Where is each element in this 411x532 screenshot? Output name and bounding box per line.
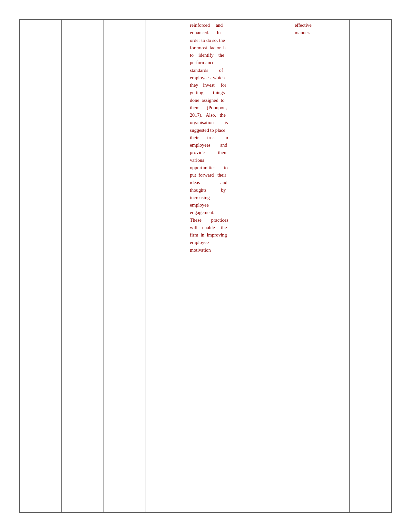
text-line-22: ideas and bbox=[190, 179, 289, 186]
text-line-17: employees and bbox=[190, 141, 289, 149]
empty-col-4 bbox=[145, 20, 187, 513]
empty-col-5 bbox=[349, 20, 391, 513]
text-line-4: foremost factor is bbox=[190, 44, 289, 52]
text-line-28: will enable the bbox=[190, 224, 289, 231]
table-row: reinforced and enhanced. In order to do … bbox=[20, 20, 392, 513]
text-line-21: put forward their bbox=[190, 171, 289, 179]
text-line-30: employee bbox=[190, 239, 289, 246]
text-line-14: organisation is bbox=[190, 119, 289, 126]
text-line-25: employee bbox=[190, 201, 289, 209]
text-line-11: done assigned to bbox=[190, 97, 289, 104]
text-line-31: motivation bbox=[190, 247, 289, 254]
empty-col-3 bbox=[103, 20, 145, 513]
text-line-3: order to do so, the bbox=[190, 37, 289, 44]
text-line-23: thoughts by bbox=[190, 187, 289, 194]
text-line-15: suggested to place bbox=[190, 127, 289, 134]
text-line-16: their trust in bbox=[190, 134, 289, 141]
text-line-7: standards of bbox=[190, 67, 289, 74]
right-text-col: effective manner. bbox=[292, 20, 350, 513]
text-line-27: These practices bbox=[190, 217, 289, 224]
right-line-1: effective bbox=[295, 22, 347, 29]
empty-col-2 bbox=[62, 20, 103, 513]
text-line-6: performance bbox=[190, 59, 289, 66]
text-line-12: them (Poonpon, bbox=[190, 104, 289, 111]
text-line-10: getting things bbox=[190, 89, 289, 96]
right-text-content: effective manner. bbox=[295, 22, 347, 37]
main-text-col: reinforced and enhanced. In order to do … bbox=[187, 20, 292, 513]
text-line-2: enhanced. In bbox=[190, 29, 289, 36]
main-table: reinforced and enhanced. In order to do … bbox=[19, 19, 392, 513]
text-line-13: 2017). Also, the bbox=[190, 111, 289, 119]
text-line-26: engagement. bbox=[190, 209, 289, 216]
table-wrapper: reinforced and enhanced. In order to do … bbox=[19, 19, 392, 513]
text-line-19: various bbox=[190, 157, 289, 164]
text-line-24: increasing bbox=[190, 194, 289, 201]
page-container: reinforced and enhanced. In order to do … bbox=[0, 0, 411, 532]
right-line-2: manner. bbox=[295, 29, 347, 36]
main-text-content: reinforced and enhanced. In order to do … bbox=[190, 22, 289, 254]
text-line-5: to identify the bbox=[190, 52, 289, 59]
text-line-8: employees which bbox=[190, 74, 289, 82]
text-line-18: provide them bbox=[190, 149, 289, 156]
text-line-20: opportunities to bbox=[190, 164, 289, 171]
text-line-29: firm in improving bbox=[190, 231, 289, 239]
text-line-9: they invest for bbox=[190, 82, 289, 89]
empty-col-1 bbox=[20, 20, 62, 513]
text-line-1: reinforced and bbox=[190, 22, 289, 29]
